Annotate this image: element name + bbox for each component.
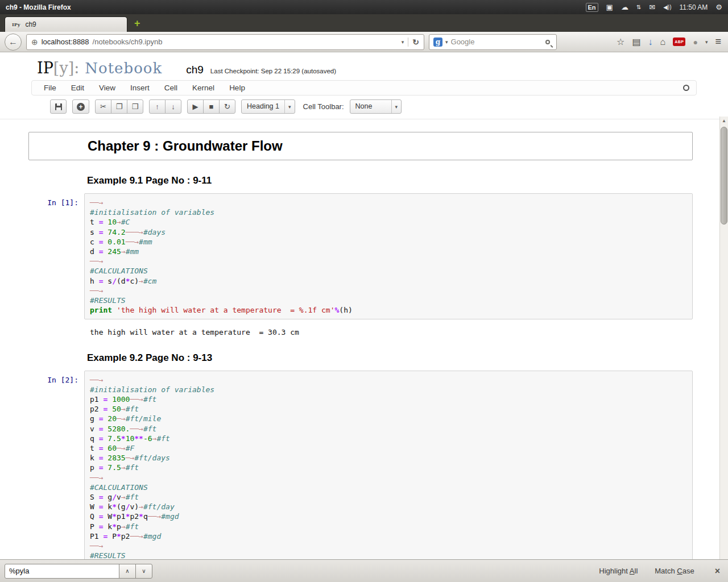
cloud-icon[interactable]: ☁ xyxy=(621,3,628,11)
new-tab-button[interactable]: + xyxy=(127,18,147,32)
run-cell-button[interactable]: ▶ xyxy=(187,99,204,114)
interrupt-kernel-button[interactable]: ■ xyxy=(203,99,220,114)
desktop-top-bar: ch9 - Mozilla Firefox En ▣ ☁ ⇅ ✉ ◀)) 11:… xyxy=(0,0,728,14)
downloads-icon[interactable]: ↓ xyxy=(648,37,653,47)
menu-edit[interactable]: Edit xyxy=(64,81,92,94)
checkpoint-status: Last Checkpoint: Sep 22 15:29 (autosaved… xyxy=(210,68,336,74)
google-search-engine-icon[interactable]: g xyxy=(433,38,442,47)
save-group xyxy=(50,99,67,114)
search-input[interactable] xyxy=(451,38,543,46)
add-group: + xyxy=(72,99,89,114)
add-cell-button[interactable]: + xyxy=(72,99,89,114)
plus-icon: + xyxy=(77,103,85,111)
find-input[interactable] xyxy=(5,564,119,579)
cell-type-select[interactable]: Heading 1 ▾ xyxy=(241,99,295,114)
play-icon: ▶ xyxy=(193,102,198,111)
output-text: the high will water at a temperature = 3… xyxy=(84,327,299,337)
close-findbar-icon[interactable]: × xyxy=(715,566,720,576)
clock-indicator[interactable]: 11:50 AM xyxy=(680,3,708,11)
menu-hamburger-icon[interactable]: ≡ xyxy=(715,36,721,48)
volume-icon[interactable]: ◀)) xyxy=(663,4,671,10)
cell-type-value: Heading 1 xyxy=(242,100,284,113)
ipython-logo[interactable]: IP[y]:Notebook xyxy=(37,59,162,77)
kernel-idle-indicator xyxy=(683,85,689,91)
select-caret-icon: ▾ xyxy=(284,100,295,113)
home-icon[interactable]: ⌂ xyxy=(660,37,666,47)
heading-cell[interactable]: Example 9.1 Page No : 9-11 xyxy=(28,175,693,186)
cell-heading-text: Example 9.1 Page No : 9-11 xyxy=(84,175,212,186)
logo-word: Notebook xyxy=(85,60,162,77)
code-editor[interactable]: ──→ #initialisation of variables t = 10→… xyxy=(84,193,693,319)
highlight-all-text-end: ll xyxy=(635,567,638,575)
back-button[interactable]: ← xyxy=(5,34,22,51)
browser-tab-bar: IPy ch9 + xyxy=(0,14,728,32)
cell-toolbar-value: None xyxy=(350,100,391,113)
code-cell[interactable]: In [1]:──→ #initialisation of variables … xyxy=(28,193,693,319)
match-case-button[interactable]: Match Case xyxy=(655,567,694,575)
ipython-favicon: IPy xyxy=(11,21,21,28)
site-identity-globe-icon[interactable]: ⊕ xyxy=(31,38,38,47)
highlight-all-text: Highlight xyxy=(599,567,629,575)
restart-kernel-button[interactable]: ↻ xyxy=(219,99,235,114)
adblock-plus-icon[interactable]: ABP xyxy=(673,38,685,46)
highlight-all-button[interactable]: Highlight All xyxy=(599,567,638,575)
copy-cell-button[interactable]: ❐ xyxy=(111,99,127,114)
mail-icon[interactable]: ✉ xyxy=(649,3,655,11)
find-previous-button[interactable]: ∧ xyxy=(119,564,136,579)
scrollbar-thumb[interactable] xyxy=(721,127,727,225)
scrollbar-up-button[interactable]: ▲ xyxy=(720,117,728,126)
code-editor[interactable]: ──→ #initialisation of variables p1 = 10… xyxy=(84,371,693,562)
stop-icon: ■ xyxy=(209,102,214,111)
menu-insert[interactable]: Insert xyxy=(123,81,157,94)
menu-file[interactable]: File xyxy=(36,81,64,94)
menu-help[interactable]: Help xyxy=(222,81,253,94)
arrow-up-icon: ↑ xyxy=(155,102,159,111)
session-gear-icon[interactable]: ⚙ xyxy=(715,3,722,11)
tab-ch9[interactable]: IPy ch9 xyxy=(5,16,127,32)
printer-icon[interactable]: ▣ xyxy=(606,3,613,11)
system-indicators: En ▣ ☁ ⇅ ✉ ◀)) 11:50 AM ⚙ xyxy=(586,3,722,12)
cell-prompt: In [1]: xyxy=(28,193,84,207)
reload-icon[interactable]: ↻ xyxy=(412,38,419,47)
cell-toolbar-select[interactable]: None ▾ xyxy=(350,99,402,114)
move-cell-up-button[interactable]: ↑ xyxy=(149,99,166,114)
url-bar[interactable]: ⊕ localhost:8888/notebooks/ch9.ipynb ▾ ↻ xyxy=(26,34,424,50)
search-engine-dropdown-icon[interactable]: ▾ xyxy=(445,39,448,45)
menu-view[interactable]: View xyxy=(92,81,123,94)
vertical-scrollbar[interactable]: ▲ xyxy=(719,117,728,559)
copy-icon: ❐ xyxy=(116,102,123,111)
menu-cell[interactable]: Cell xyxy=(157,81,185,94)
window-title: ch9 - Mozilla Firefox xyxy=(6,3,71,11)
menu-kernel[interactable]: Kernel xyxy=(185,81,222,94)
arrow-down-icon: ↓ xyxy=(171,102,175,111)
browser-toolbar-icons: ☆ ▤ ↓ ⌂ ABP ● ▾ ≡ xyxy=(617,36,723,48)
paste-cell-button[interactable]: ❒ xyxy=(127,99,143,114)
run-group: ▶ ■ ↻ xyxy=(187,99,235,114)
cell-heading-text: Chapter 9 : Groundwater Flow xyxy=(85,137,283,155)
move-group: ↑ ↓ xyxy=(149,99,181,114)
addon-circle-icon[interactable]: ● xyxy=(693,38,697,47)
url-divider xyxy=(408,38,408,47)
network-sync-icon[interactable]: ⇅ xyxy=(636,4,641,10)
cut-cell-button[interactable]: ✂ xyxy=(95,99,111,114)
keyboard-layout-indicator[interactable]: En xyxy=(586,3,598,12)
notebook-toolbar: + ✂ ❐ ❒ ↑ ↓ ▶ ■ ↻ Heading 1 ▾ Cell Toolb… xyxy=(0,95,728,119)
heading-cell[interactable]: Example 9.2 Page No : 9-13 xyxy=(28,352,693,364)
notebook-content: Chapter 9 : Groundwater FlowExample 9.1 … xyxy=(0,119,728,562)
search-magnifier-icon[interactable] xyxy=(545,40,550,44)
save-button[interactable] xyxy=(50,99,67,114)
url-history-dropdown-icon[interactable]: ▾ xyxy=(402,39,404,45)
find-next-button[interactable]: ∨ xyxy=(135,564,152,579)
search-bar[interactable]: g ▾ xyxy=(429,34,557,50)
find-bar: ∧ ∨ Highlight All Match Case × xyxy=(0,559,728,582)
code-cell[interactable]: In [2]:──→ #initialisation of variables … xyxy=(28,371,693,562)
bookmarks-menu-icon[interactable]: ▤ xyxy=(632,36,640,47)
browser-navigation-bar: ← ⊕ localhost:8888/notebooks/ch9.ipynb ▾… xyxy=(0,32,728,52)
heading-cell[interactable]: Chapter 9 : Groundwater Flow xyxy=(28,132,693,160)
clipboard-group: ✂ ❐ ❒ xyxy=(95,99,143,114)
cell-prompt: In [2]: xyxy=(28,371,84,384)
overflow-caret-icon[interactable]: ▾ xyxy=(705,39,708,45)
bookmark-star-icon[interactable]: ☆ xyxy=(617,36,624,47)
move-cell-down-button[interactable]: ↓ xyxy=(165,99,181,114)
notebook-title[interactable]: ch9 xyxy=(186,64,204,76)
